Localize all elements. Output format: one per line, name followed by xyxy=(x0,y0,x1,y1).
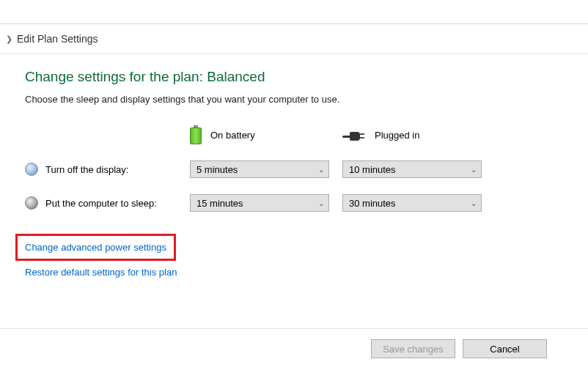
chevron-right-icon: ❯ xyxy=(6,34,12,44)
battery-icon xyxy=(190,125,202,144)
sleep-plugged-value: 30 minutes xyxy=(349,198,396,209)
display-battery-select[interactable]: 5 minutes ⌄ xyxy=(190,160,329,178)
cancel-button[interactable]: Cancel xyxy=(463,339,547,358)
display-battery-value: 5 minutes xyxy=(196,164,238,175)
battery-column-header: On battery xyxy=(190,125,335,144)
column-headers: On battery Plugged in xyxy=(25,125,588,144)
sleep-plugged-select[interactable]: 30 minutes ⌄ xyxy=(342,194,482,212)
breadcrumb[interactable]: ❯ Edit Plan Settings xyxy=(0,24,588,54)
main-content: Change settings for the plan: Balanced C… xyxy=(0,54,588,291)
chevron-down-icon: ⌄ xyxy=(471,166,477,174)
sleep-setting-row: Put the computer to sleep: 15 minutes ⌄ … xyxy=(25,194,588,212)
highlight-annotation: Change advanced power settings xyxy=(15,234,176,261)
page-title: Change settings for the plan: Balanced xyxy=(25,69,588,85)
breadcrumb-text: Edit Plan Settings xyxy=(17,33,98,45)
page-subtitle: Choose the sleep and display settings th… xyxy=(25,94,588,105)
plugged-label: Plugged in xyxy=(375,130,419,141)
links-block: Change advanced power settings Restore d… xyxy=(25,234,588,291)
display-label-text: Turn off the display: xyxy=(45,164,128,175)
advanced-power-settings-link[interactable]: Change advanced power settings xyxy=(25,242,166,253)
save-changes-button[interactable]: Save changes xyxy=(371,339,455,358)
display-plugged-select[interactable]: 10 minutes ⌄ xyxy=(342,160,482,178)
display-icon xyxy=(25,163,38,176)
chevron-down-icon: ⌄ xyxy=(471,199,477,207)
restore-defaults-link[interactable]: Restore default settings for this plan xyxy=(25,267,177,278)
sleep-battery-select[interactable]: 15 minutes ⌄ xyxy=(190,194,329,212)
display-plugged-value: 10 minutes xyxy=(349,164,396,175)
plug-icon xyxy=(342,129,366,141)
sleep-label-text: Put the computer to sleep: xyxy=(45,198,157,209)
display-setting-row: Turn off the display: 5 minutes ⌄ 10 min… xyxy=(25,160,588,178)
plugged-column-header: Plugged in xyxy=(342,129,488,141)
footer-buttons: Save changes Cancel xyxy=(0,328,588,358)
sleep-setting-label: Put the computer to sleep: xyxy=(25,196,190,210)
chevron-down-icon: ⌄ xyxy=(318,199,324,207)
display-setting-label: Turn off the display: xyxy=(25,163,190,176)
sleep-icon xyxy=(25,196,38,210)
battery-label: On battery xyxy=(210,130,255,141)
chevron-down-icon: ⌄ xyxy=(318,166,324,174)
sleep-battery-value: 15 minutes xyxy=(196,198,243,209)
